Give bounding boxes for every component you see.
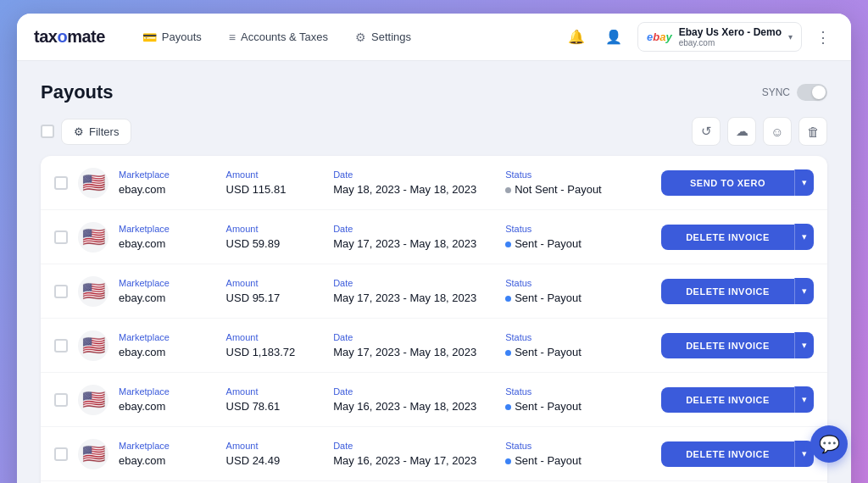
- ebay-logo: ebay: [647, 31, 672, 43]
- col-marketplace: Marketplace ebay.com: [119, 441, 216, 468]
- table-row: 🇺🇸 Marketplace ebay.com Amount USD 1,183…: [41, 319, 827, 373]
- date-value: May 16, 2023 - May 18, 2023: [333, 400, 476, 413]
- marketplace-label: Marketplace: [119, 332, 216, 342]
- payouts-icon: 💳: [142, 31, 157, 44]
- date-label: Date: [333, 224, 495, 234]
- amount-value: USD 24.49: [226, 454, 281, 467]
- marketplace-label: Marketplace: [119, 278, 216, 288]
- col-action: DELETE INVOICE ▾: [661, 386, 814, 413]
- filter-label: Filters: [89, 125, 119, 138]
- action-chevron-button[interactable]: ▾: [794, 386, 814, 413]
- action-button[interactable]: DELETE INVOICE: [661, 225, 794, 250]
- col-marketplace: Marketplace ebay.com: [119, 386, 216, 414]
- amount-label: Amount: [226, 441, 324, 451]
- store-chevron-icon: ▾: [788, 32, 793, 42]
- sync-label: SYNC: [762, 86, 790, 98]
- status-dot: [505, 404, 511, 410]
- status-dot: [505, 458, 511, 464]
- action-chevron-button[interactable]: ▾: [794, 169, 814, 196]
- toggle-thumb: [812, 86, 826, 99]
- flag-icon: 🇺🇸: [78, 385, 108, 415]
- nav-settings-label: Settings: [371, 31, 411, 43]
- action-button[interactable]: SEND TO XERO: [661, 170, 794, 196]
- page-title: Payouts: [41, 81, 114, 103]
- settings-icon: ⚙: [355, 31, 366, 44]
- select-all-checkbox[interactable]: [41, 125, 54, 138]
- payouts-table: 🇺🇸 Marketplace ebay.com Amount USD 115.8…: [41, 156, 827, 483]
- action-chevron-button[interactable]: ▾: [794, 224, 814, 250]
- table-row: 🇺🇸 Marketplace ebay.com Amount USD 59.89…: [41, 210, 827, 264]
- col-date: Date May 17, 2023 - May 18, 2023: [333, 224, 495, 251]
- status-value: Sent - Payout: [505, 237, 581, 250]
- accounts-icon: ≡: [229, 31, 236, 44]
- nav-payouts-label: Payouts: [162, 31, 202, 43]
- nav-accounts-taxes[interactable]: ≡ Accounts & Taxes: [219, 25, 338, 49]
- user-button[interactable]: 👤: [600, 24, 627, 51]
- cloud-button[interactable]: ☁: [727, 117, 756, 146]
- top-nav: taxomate 💳 Payouts ≡ Accounts & Taxes ⚙ …: [17, 14, 851, 61]
- amount-label: Amount: [226, 224, 324, 234]
- row-checkbox[interactable]: [54, 447, 68, 461]
- flag-icon: 🇺🇸: [78, 276, 108, 307]
- nav-right: 🔔 👤 ebay Ebay Us Xero - Demo ebay.com ▾ …: [563, 22, 834, 52]
- action-button[interactable]: DELETE INVOICE: [661, 279, 794, 304]
- marketplace-label: Marketplace: [119, 386, 216, 397]
- marketplace-value: ebay.com: [119, 400, 165, 413]
- marketplace-value: ebay.com: [119, 346, 165, 358]
- amount-value: USD 1,183.72: [226, 346, 296, 358]
- nav-settings[interactable]: ⚙ Settings: [345, 25, 421, 49]
- notification-button[interactable]: 🔔: [563, 24, 590, 51]
- date-label: Date: [333, 386, 495, 397]
- action-chevron-button[interactable]: ▾: [794, 332, 814, 358]
- col-status: Status Sent - Payout: [505, 332, 651, 359]
- amount-value: USD 78.61: [226, 400, 281, 413]
- nav-payouts[interactable]: 💳 Payouts: [132, 25, 212, 49]
- row-checkbox[interactable]: [54, 393, 68, 407]
- date-value: May 16, 2023 - May 17, 2023: [333, 454, 476, 467]
- col-status: Status Sent - Payout: [505, 278, 651, 305]
- flag-icon: 🇺🇸: [78, 222, 108, 253]
- status-value: Sent - Payout: [505, 454, 581, 467]
- logo: taxomate: [34, 27, 105, 47]
- status-label: Status: [505, 224, 651, 234]
- flag-icon: 🇺🇸: [78, 168, 108, 198]
- col-action: DELETE INVOICE ▾: [661, 278, 814, 304]
- col-action: DELETE INVOICE ▾: [661, 224, 814, 250]
- status-value: Sent - Payout: [505, 400, 581, 413]
- col-status: Status Sent - Payout: [505, 441, 651, 468]
- row-checkbox[interactable]: [54, 285, 68, 298]
- row-checkbox[interactable]: [54, 339, 68, 353]
- action-button[interactable]: DELETE INVOICE: [661, 387, 794, 413]
- sync-toggle[interactable]: [797, 84, 827, 101]
- action-chevron-button[interactable]: ▾: [794, 278, 814, 304]
- delete-button[interactable]: 🗑: [798, 117, 827, 146]
- row-checkbox[interactable]: [54, 176, 68, 190]
- col-amount: Amount USD 24.49: [226, 441, 324, 468]
- action-button[interactable]: DELETE INVOICE: [661, 441, 794, 467]
- col-amount: Amount USD 115.81: [226, 169, 324, 197]
- refresh-button[interactable]: ↺: [692, 117, 721, 146]
- date-label: Date: [333, 169, 495, 180]
- marketplace-label: Marketplace: [119, 169, 216, 180]
- flag-icon: 🇺🇸: [78, 439, 108, 469]
- chat-button[interactable]: 💬: [810, 425, 848, 463]
- amount-value: USD 115.81: [226, 183, 287, 196]
- col-action: DELETE INVOICE ▾: [661, 441, 814, 467]
- status-value: Not Sent - Payout: [505, 183, 602, 196]
- emoji-button[interactable]: ☺: [763, 117, 792, 146]
- row-checkbox[interactable]: [54, 230, 68, 244]
- status-dot: [505, 296, 511, 302]
- action-button[interactable]: DELETE INVOICE: [661, 333, 794, 358]
- filter-button[interactable]: ⚙ Filters: [61, 119, 131, 145]
- date-value: May 18, 2023 - May 18, 2023: [333, 183, 476, 196]
- col-amount: Amount USD 59.89: [226, 224, 324, 251]
- amount-value: USD 59.89: [226, 237, 281, 250]
- amount-label: Amount: [226, 278, 324, 288]
- amount-label: Amount: [226, 386, 324, 397]
- table-row: 🇺🇸 Marketplace ebay.com Amount USD 115.8…: [41, 156, 827, 210]
- more-options-button[interactable]: ⋮: [812, 25, 834, 50]
- col-date: Date May 16, 2023 - May 17, 2023: [333, 441, 495, 468]
- col-action: DELETE INVOICE ▾: [661, 332, 814, 358]
- col-status: Status Sent - Payout: [505, 224, 651, 251]
- store-selector[interactable]: ebay Ebay Us Xero - Demo ebay.com ▾: [637, 22, 802, 52]
